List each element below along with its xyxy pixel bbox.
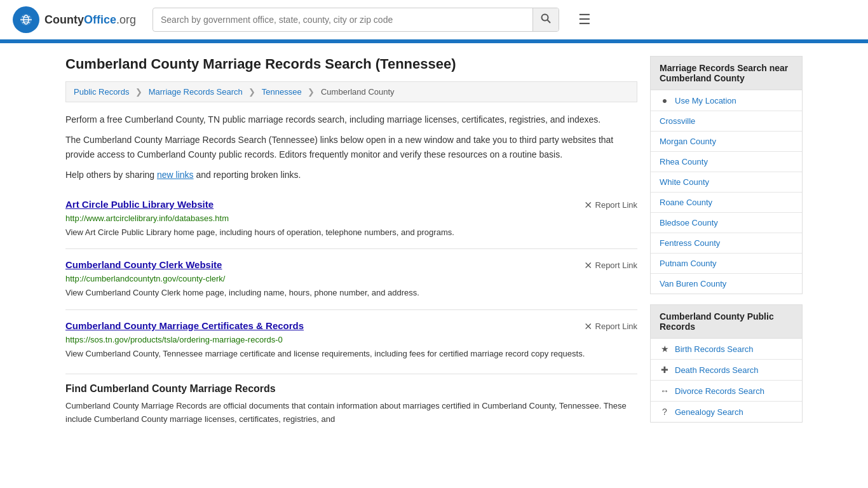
sidebar-nearby-link-3[interactable]: White County [660, 177, 709, 187]
record-url-2[interactable]: https://sos.tn.gov/products/tsla/orderin… [65, 335, 637, 344]
search-bar [153, 8, 559, 32]
report-icon-0: ⨯ [584, 199, 592, 211]
sidebar-nearby-item[interactable]: Rhea County [651, 152, 802, 172]
record-title-1[interactable]: Cumberland County Clerk Website [65, 259, 222, 270]
sidebar-nearby-header: Marriage Records Search near Cumberland … [651, 57, 802, 90]
sidebar-public-records-header: Cumberland County Public Records [651, 305, 802, 339]
sidebar-public-records-section: Cumberland County Public Records ★ Birth… [650, 304, 803, 423]
report-link-0[interactable]: ⨯ Report Link [584, 199, 637, 211]
breadcrumb: Public Records ❯ Marriage Records Search… [65, 81, 637, 102]
sidebar-record-item[interactable]: ↔ Divorce Records Search [651, 381, 802, 402]
report-label-0: Report Link [595, 200, 637, 210]
sidebar: Marriage Records Search near Cumberland … [650, 56, 803, 433]
svg-point-3 [542, 15, 548, 21]
report-icon-2: ⨯ [584, 320, 592, 332]
report-link-2[interactable]: ⨯ Report Link [584, 320, 637, 332]
record-title-0[interactable]: Art Circle Public Library Website [65, 199, 214, 210]
sidebar-nearby-list: CrossvilleMorgan CountyRhea CountyWhite … [651, 111, 802, 294]
sidebar-nearby-link-7[interactable]: Putnam County [660, 259, 717, 268]
sidebar-nearby-item[interactable]: Putnam County [651, 254, 802, 274]
record-desc-0: View Art Circle Public Library home page… [65, 226, 637, 239]
record-entry: Cumberland County Marriage Certificates … [65, 309, 637, 370]
location-icon: ● [660, 95, 670, 105]
sidebar-nearby-link-4[interactable]: Roane County [660, 198, 712, 207]
sidebar-nearby-item[interactable]: White County [651, 172, 802, 193]
logo-office: Office [84, 13, 116, 26]
use-location-label: Use My Location [675, 96, 736, 105]
record-header: Cumberland County Marriage Certificates … [65, 320, 637, 332]
breadcrumb-sep-3: ❯ [308, 87, 315, 97]
record-entry: Cumberland County Clerk Website ⨯ Report… [65, 248, 637, 309]
breadcrumb-sep-1: ❯ [135, 87, 142, 97]
report-icon-1: ⨯ [584, 259, 592, 271]
sidebar-nearby-section: Marriage Records Search near Cumberland … [650, 56, 803, 294]
site-header: CountyOffice.org ☰ [0, 0, 868, 41]
record-title-2[interactable]: Cumberland County Marriage Certificates … [65, 320, 304, 331]
sidebar-record-link-2[interactable]: Divorce Records Search [675, 386, 764, 396]
sidebar-nearby-link-1[interactable]: Morgan County [660, 137, 716, 146]
find-section-heading: Find Cumberland County Marriage Records [65, 374, 637, 400]
breadcrumb-sep-2: ❯ [248, 87, 255, 97]
logo-text: CountyOffice.org [44, 13, 136, 27]
new-links-link[interactable]: new links [157, 170, 194, 180]
intro-paragraph-1: Perform a free Cumberland County, TN pub… [65, 112, 637, 126]
record-url-1[interactable]: http://cumberlandcountytn.gov/county-cle… [65, 274, 637, 283]
intro3-after: and reporting broken links. [194, 170, 301, 180]
svg-line-4 [548, 20, 551, 24]
logo-area: CountyOffice.org [13, 6, 140, 33]
hamburger-menu[interactable]: ☰ [578, 11, 591, 28]
breadcrumb-current: Cumberland County [321, 87, 395, 97]
report-link-1[interactable]: ⨯ Report Link [584, 259, 637, 271]
record-list: Art Circle Public Library Website ⨯ Repo… [65, 189, 637, 370]
sidebar-nearby-link-2[interactable]: Rhea County [660, 157, 708, 166]
intro-paragraph-2: The Cumberland County Marriage Records S… [65, 133, 637, 161]
sidebar-nearby-link-5[interactable]: Bledsoe County [660, 218, 718, 227]
sidebar-record-icon-1: ✚ [660, 365, 670, 375]
logo-icon [13, 6, 39, 33]
sidebar-record-item[interactable]: ? Genealogy Search [651, 402, 802, 422]
page-title: Cumberland County Marriage Records Searc… [65, 56, 637, 72]
sidebar-record-link-3[interactable]: Genealogy Search [675, 407, 743, 417]
sidebar-nearby-link-8[interactable]: Van Buren County [660, 279, 726, 288]
sidebar-records-list: ★ Birth Records Search ✚ Death Records S… [651, 339, 802, 422]
sidebar-nearby-link-6[interactable]: Fentress County [660, 238, 720, 248]
record-url-0[interactable]: http://www.artcirclelibrary.info/databas… [65, 214, 637, 223]
intro-paragraph-3: Help others by sharing new links and rep… [65, 168, 637, 182]
record-header: Cumberland County Clerk Website ⨯ Report… [65, 259, 637, 271]
sidebar-record-link-0[interactable]: Birth Records Search [675, 344, 754, 354]
record-entry: Art Circle Public Library Website ⨯ Repo… [65, 189, 637, 249]
sidebar-nearby-link-0[interactable]: Crossville [660, 116, 695, 126]
sidebar-record-icon-2: ↔ [660, 386, 670, 396]
sidebar-record-icon-3: ? [660, 407, 670, 417]
main-container: Cumberland County Marriage Records Searc… [53, 43, 815, 445]
report-label-2: Report Link [595, 322, 637, 331]
sidebar-nearby-item[interactable]: Crossville [651, 111, 802, 132]
sidebar-nearby-item[interactable]: Morgan County [651, 132, 802, 152]
sidebar-record-link-1[interactable]: Death Records Search [675, 365, 759, 375]
sidebar-record-item[interactable]: ✚ Death Records Search [651, 360, 802, 381]
breadcrumb-public-records[interactable]: Public Records [74, 87, 129, 97]
search-input[interactable] [153, 10, 532, 30]
content-area: Cumberland County Marriage Records Searc… [65, 56, 637, 433]
logo-domain: .org [116, 13, 136, 26]
intro3-before: Help others by sharing [65, 170, 157, 180]
search-button[interactable] [532, 8, 559, 31]
sidebar-nearby-item[interactable]: Fentress County [651, 233, 802, 254]
sidebar-nearby-item[interactable]: Bledsoe County [651, 213, 802, 233]
sidebar-nearby-item[interactable]: Roane County [651, 193, 802, 213]
report-label-1: Report Link [595, 261, 637, 270]
sidebar-record-icon-0: ★ [660, 344, 670, 354]
record-desc-2: View Cumberland County, Tennessee marria… [65, 348, 637, 360]
breadcrumb-tennessee[interactable]: Tennessee [262, 87, 302, 97]
breadcrumb-marriage-records-search[interactable]: Marriage Records Search [149, 87, 243, 97]
sidebar-use-location[interactable]: ● Use My Location [651, 90, 802, 111]
sidebar-nearby-item[interactable]: Van Buren County [651, 274, 802, 294]
find-section-text: Cumberland County Marriage Records are o… [65, 400, 637, 426]
sidebar-record-item[interactable]: ★ Birth Records Search [651, 339, 802, 360]
record-header: Art Circle Public Library Website ⨯ Repo… [65, 199, 637, 211]
record-desc-1: View Cumberland County Clerk home page, … [65, 287, 637, 299]
